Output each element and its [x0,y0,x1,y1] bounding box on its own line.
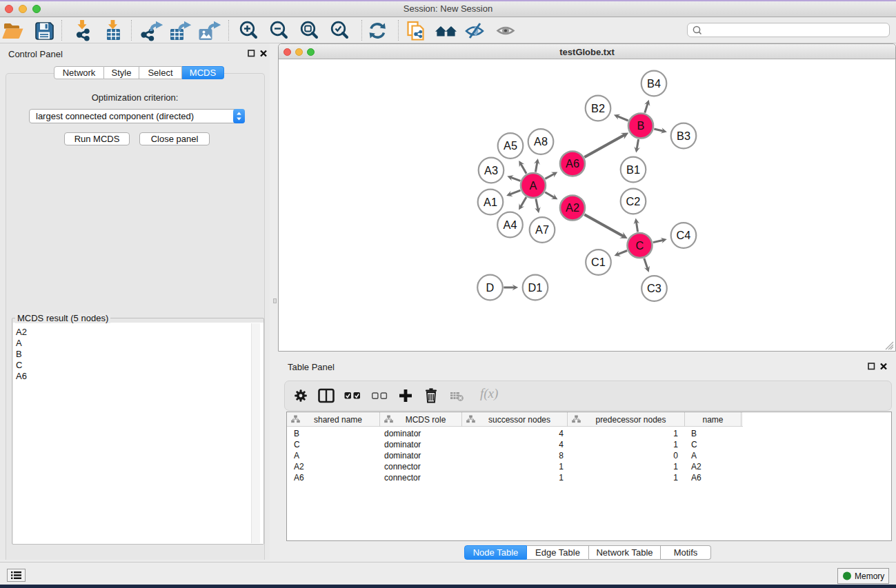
svg-text:Memory: Memory [855,571,884,581]
svg-text:A7: A7 [535,223,549,236]
svg-text:A8: A8 [534,135,548,148]
svg-text:C: C [636,239,644,252]
svg-text:A2: A2 [566,201,579,214]
svg-text:A1: A1 [484,196,497,208]
svg-text:B: B [637,119,645,132]
svg-text:A6: A6 [566,157,579,170]
svg-text:B2: B2 [591,102,605,114]
svg-text:D1: D1 [528,281,543,294]
svg-text:B3: B3 [677,130,690,142]
svg-text:A3: A3 [484,164,498,176]
svg-text:C4: C4 [677,229,691,241]
svg-text:A4: A4 [504,219,517,231]
svg-text:B4: B4 [647,77,661,90]
svg-text:C3: C3 [647,282,661,294]
svg-text:C2: C2 [626,195,641,207]
svg-text:C1: C1 [591,256,606,268]
svg-text:A: A [530,179,537,192]
svg-text:A5: A5 [504,139,517,152]
svg-text:D: D [486,281,495,294]
svg-text:B1: B1 [626,163,640,176]
